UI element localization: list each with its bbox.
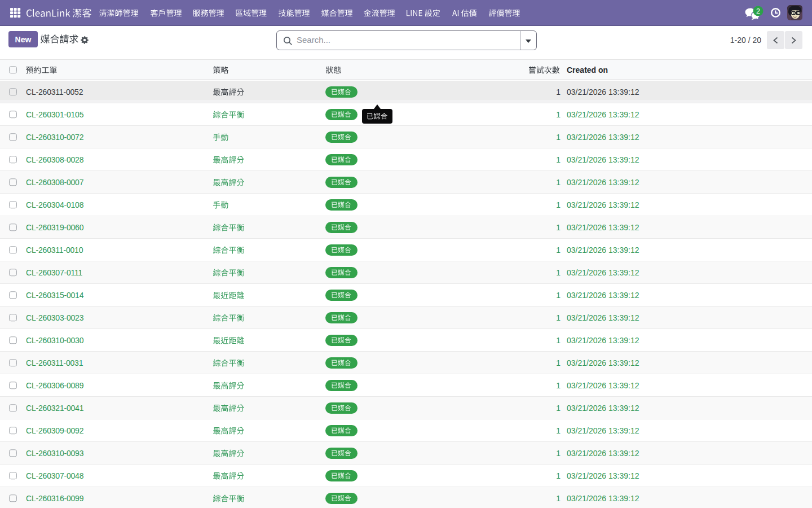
svg-text:2: 2 — [756, 7, 760, 15]
